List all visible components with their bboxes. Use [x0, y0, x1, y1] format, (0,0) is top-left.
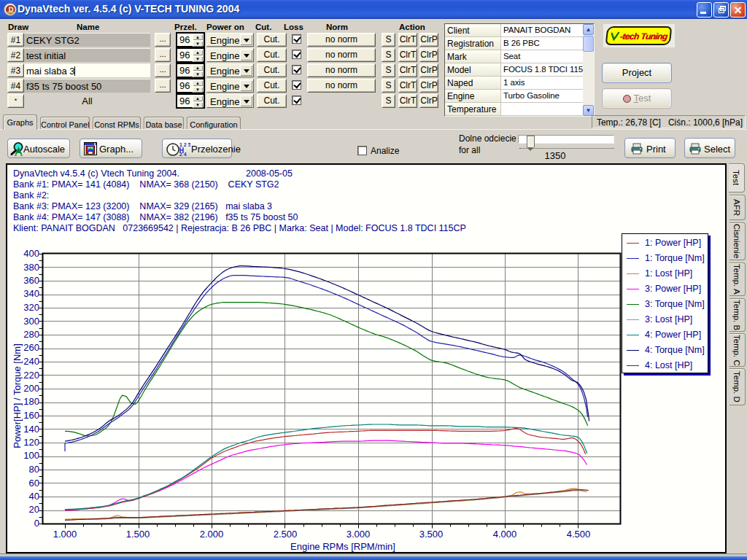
svg-text:2 4: 2 4 [179, 152, 187, 157]
svg-text:1 2 5: 1 2 5 [179, 142, 190, 147]
